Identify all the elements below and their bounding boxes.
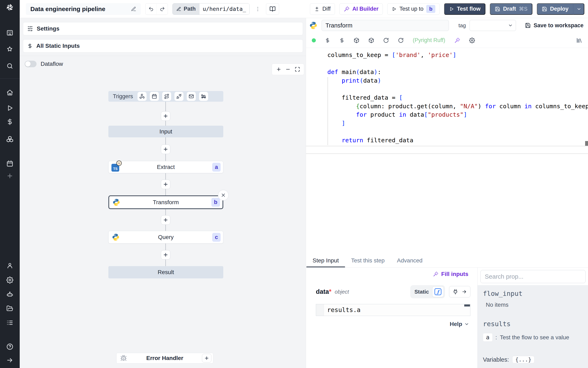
- insert-step-button[interactable]: [161, 250, 170, 259]
- poll-trigger-icon[interactable]: [199, 92, 208, 101]
- zoom-in-plus-icon[interactable]: [276, 67, 281, 72]
- schedules-calendar-icon[interactable]: [6, 160, 13, 167]
- ai-assistant-wand-icon[interactable]: [454, 37, 460, 43]
- reload-icon[interactable]: [383, 37, 389, 43]
- schedule-trigger-icon[interactable]: [150, 92, 159, 101]
- result-entry-a[interactable]: a : Test the flow to see a value: [483, 333, 584, 341]
- diff-button[interactable]: Diff: [310, 3, 335, 15]
- insert-step-button[interactable]: [161, 180, 170, 189]
- home-icon[interactable]: [6, 89, 13, 96]
- draft-button[interactable]: Draft ⌘S: [490, 3, 532, 15]
- variables-value-badge[interactable]: {...}: [512, 356, 534, 363]
- help-icon[interactable]: [6, 343, 14, 350]
- zoom-out-minus-icon[interactable]: [285, 67, 291, 72]
- insert-step-button[interactable]: [161, 215, 170, 225]
- tab-step-input[interactable]: Step Input: [306, 254, 345, 267]
- search-icon[interactable]: [6, 63, 13, 70]
- settings-gear-icon[interactable]: [6, 276, 13, 284]
- flow-input-node[interactable]: Input: [108, 126, 223, 137]
- workers-robot-icon[interactable]: [6, 291, 13, 298]
- variables-row: Variables: {...}: [483, 356, 584, 363]
- docs-book-button[interactable]: [266, 3, 279, 15]
- redo-button[interactable]: [157, 3, 168, 15]
- error-handler-node[interactable]: Error Handler: [116, 353, 213, 363]
- package-lock-icon[interactable]: [368, 37, 374, 43]
- dataflow-toggle[interactable]: [25, 61, 37, 67]
- expression-scrollbar-thumb[interactable]: [464, 304, 470, 306]
- all-static-inputs-label: All Static Inputs: [36, 43, 80, 49]
- variables-dollar-icon[interactable]: [6, 118, 13, 125]
- folders-icon[interactable]: [6, 305, 13, 312]
- query-step-node[interactable]: Query c: [108, 231, 223, 244]
- logs-list-icon[interactable]: [6, 319, 13, 326]
- editor-resize-gap[interactable]: [306, 146, 588, 154]
- tag-select[interactable]: [470, 20, 516, 31]
- flow-settings-bar[interactable]: Settings: [23, 22, 303, 35]
- results-section-label[interactable]: results: [483, 320, 584, 328]
- search-prop-input[interactable]: [480, 270, 586, 283]
- runs-play-icon[interactable]: [6, 105, 13, 111]
- help-toggle[interactable]: Help: [316, 321, 470, 327]
- fill-inputs-button[interactable]: Fill inputs: [433, 271, 468, 277]
- path-button[interactable]: Path: [173, 3, 199, 15]
- websocket-plug-trigger-icon[interactable]: [174, 92, 183, 101]
- code-editor[interactable]: columns_to_keep = ['brand', 'price'] def…: [306, 48, 588, 146]
- reload-assets-icon[interactable]: [398, 37, 404, 43]
- static-mode-option[interactable]: Static: [414, 289, 429, 295]
- workspace-icon[interactable]: [6, 29, 13, 36]
- editor-toolbar: (Pyright Ruff): [306, 33, 588, 48]
- windmill-logo-icon[interactable]: [5, 2, 15, 13]
- step-name-input[interactable]: [322, 20, 449, 31]
- editor-settings-gear-icon[interactable]: [469, 37, 475, 43]
- expression-value[interactable]: results.a: [324, 304, 360, 316]
- insert-step-button[interactable]: [161, 145, 170, 154]
- library-icon[interactable]: [576, 37, 582, 44]
- test-up-to-step-badge[interactable]: b: [426, 5, 435, 13]
- favorites-star-icon[interactable]: [6, 46, 13, 53]
- more-options-kebab-icon[interactable]: [254, 6, 261, 12]
- play-icon: [449, 7, 454, 11]
- webhook-trigger-icon[interactable]: [138, 92, 147, 101]
- resources-cubes-icon[interactable]: [6, 136, 14, 143]
- expression-mode-option[interactable]: ƒ: [432, 286, 444, 297]
- create-plus-icon[interactable]: [6, 172, 13, 179]
- tab-test-this-step[interactable]: Test this step: [345, 254, 391, 267]
- extract-step-id-badge: a: [212, 163, 221, 172]
- props-body: flow_input No items results a : Test the…: [478, 285, 588, 368]
- tab-advanced[interactable]: Advanced: [391, 254, 429, 267]
- test-up-to-button[interactable]: Test up to b: [387, 3, 440, 15]
- add-error-handler-button[interactable]: [202, 354, 211, 362]
- flow-input-section-label[interactable]: flow_input: [483, 290, 584, 297]
- remove-step-close-icon[interactable]: [218, 190, 229, 201]
- required-mark: *: [329, 288, 332, 295]
- deploy-chevron-down-icon[interactable]: [577, 7, 581, 11]
- user-icon[interactable]: [6, 262, 13, 269]
- draft-label: Draft: [503, 6, 516, 12]
- path-value[interactable]: u/henri/data_: [199, 3, 249, 15]
- transform-step-node[interactable]: Transform b: [108, 195, 223, 209]
- result-key-badge[interactable]: a: [483, 333, 493, 341]
- fit-view-expand-icon[interactable]: [295, 67, 300, 72]
- query-node-label: Query: [109, 234, 223, 240]
- connect-input-button[interactable]: [449, 286, 470, 297]
- deploy-button[interactable]: Deploy: [537, 3, 584, 15]
- flow-result-node[interactable]: Result: [108, 266, 223, 278]
- all-static-inputs-bar[interactable]: All Static Inputs: [23, 39, 303, 53]
- extract-step-node[interactable]: TS Extract a: [108, 161, 223, 173]
- collapse-arrow-icon[interactable]: [6, 357, 13, 364]
- edit-title-pencil-icon[interactable]: [131, 6, 136, 12]
- test-flow-button[interactable]: Test flow: [444, 3, 485, 15]
- path-control[interactable]: Path u/henri/data_: [172, 3, 250, 15]
- email-trigger-icon[interactable]: [187, 92, 196, 101]
- package-icon[interactable]: [354, 37, 359, 43]
- ai-builder-button[interactable]: AI Builder: [340, 3, 383, 15]
- save-to-workspace-button[interactable]: Save to workspace: [525, 22, 583, 29]
- contextual-variables-dollar-icon[interactable]: [339, 38, 345, 43]
- route-trigger-icon[interactable]: [162, 92, 171, 101]
- variables-dollar-icon[interactable]: [325, 38, 330, 43]
- data-expression-editor[interactable]: results.a: [316, 304, 470, 316]
- editor-scrollbar-thumb[interactable]: [585, 141, 588, 146]
- undo-button[interactable]: [145, 3, 157, 15]
- flow-props-pane: flow_input No items results a : Test the…: [478, 267, 588, 368]
- insert-step-button[interactable]: [161, 111, 170, 121]
